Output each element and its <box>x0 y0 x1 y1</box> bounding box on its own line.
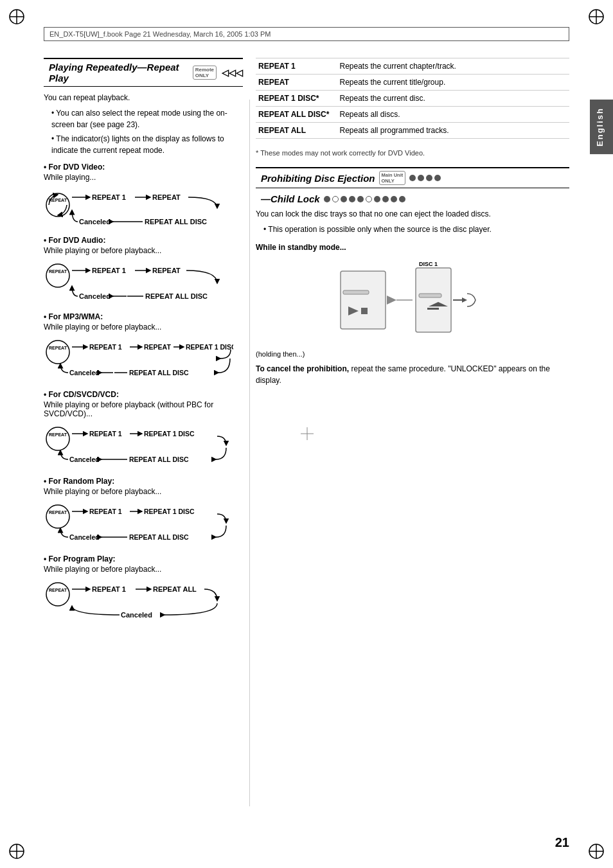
repeat-key-2: REPEAT 1 DISC* <box>256 91 337 107</box>
left-column: Playing Repeatedly—Repeat Play RemoteONL… <box>44 58 243 632</box>
intro-text: You can repeat playback. <box>44 92 243 103</box>
remote-badge: RemoteONLY <box>193 66 217 80</box>
dot-13 <box>391 196 397 202</box>
label-dvd-video: • For DVD Video: <box>44 163 243 172</box>
table-row: REPEAT ALL Repeats all programmed tracks… <box>256 123 569 139</box>
standby-label: While in standby mode... <box>256 243 569 252</box>
dot-1 <box>409 175 416 181</box>
repeat-key-4: REPEAT ALL <box>256 123 337 139</box>
svg-text:Canceled: Canceled <box>69 369 100 376</box>
svg-rect-78 <box>416 268 451 332</box>
dots-row-top <box>409 175 441 181</box>
svg-text:REPEAT 1: REPEAT 1 <box>92 585 126 593</box>
svg-rect-75 <box>361 308 368 314</box>
dot-10 <box>366 196 372 202</box>
dot-7 <box>341 196 347 202</box>
prohibit-title: Prohibiting Disc Ejection Main UnitONLY <box>256 167 569 188</box>
svg-text:REPEAT: REPEAT <box>152 267 181 274</box>
table-row: REPEAT ALL DISC* Repeats all discs. <box>256 107 569 123</box>
subsection-program-play: • For Program Play: While playing or bef… <box>44 554 243 626</box>
repeat-key-0: REPEAT 1 <box>256 58 337 75</box>
dot-11 <box>374 196 380 202</box>
svg-text:REPEAT ALL: REPEAT ALL <box>153 585 197 593</box>
label-mp3-wma: • For MP3/WMA: <box>44 312 243 321</box>
diagram-dvd-audio: REPEAT REPEAT 1 REPEAT Canceled REPEAT A… <box>44 259 243 306</box>
repeat-val-0: Repeats the current chapter/track. <box>337 58 569 75</box>
repeat-key-3: REPEAT ALL DISC* <box>256 107 337 123</box>
corner-mark-tl <box>8 8 26 26</box>
file-info-bar: EN_DX-T5[UW]_f.book Page 21 Wednesday, M… <box>44 27 569 41</box>
svg-text:REPEAT: REPEAT <box>49 432 67 437</box>
svg-text:Canceled: Canceled <box>79 218 111 226</box>
body-dvd-video: While playing... <box>44 173 243 182</box>
cancel-text: To cancel the prohibition, repeat the sa… <box>256 363 569 386</box>
svg-marker-76 <box>387 296 396 305</box>
label-program-play: • For Program Play: <box>44 554 243 563</box>
page-number: 21 <box>555 835 569 850</box>
repeat-val-4: Repeats all programmed tracks. <box>337 123 569 139</box>
prohibit-intro: You can lock the disc trays so that no o… <box>256 208 569 220</box>
table-row: REPEAT Repeats the current title/group. <box>256 75 569 91</box>
body-random-play: While playing or before playback... <box>44 487 243 496</box>
file-info-text: EN_DX-T5[UW]_f.book Page 21 Wednesday, M… <box>49 30 271 38</box>
svg-point-64 <box>46 583 69 606</box>
subsection-dvd-audio: • For DVD Audio: While playing or before… <box>44 236 243 306</box>
diagram-dvd-video: REPEAT REPEAT 1 REPEAT <box>44 186 243 229</box>
bullet-2: • The indicator(s) lights on the display… <box>44 133 243 156</box>
subsection-mp3-wma: • For MP3/WMA: While playing or before p… <box>44 312 243 384</box>
subsection-random-play: • For Random Play: While playing or befo… <box>44 477 243 548</box>
svg-point-22 <box>46 264 69 287</box>
svg-text:REPEAT 1: REPEAT 1 <box>89 508 122 515</box>
svg-text:REPEAT 1 DISC: REPEAT 1 DISC <box>144 430 195 438</box>
repeat-val-2: Repeats the current disc. <box>337 91 569 107</box>
dot-8 <box>349 196 355 202</box>
svg-text:REPEAT ALL DISC: REPEAT ALL DISC <box>145 292 208 300</box>
svg-rect-79 <box>419 294 441 297</box>
dots-row-bottom <box>324 196 405 202</box>
svg-text:REPEAT ALL DISC: REPEAT ALL DISC <box>129 456 189 463</box>
corner-mark-bl <box>8 842 26 860</box>
dot-4 <box>434 175 441 181</box>
dot-6 <box>332 196 339 202</box>
body-dvd-audio: While playing or before playback... <box>44 246 243 255</box>
svg-text:REPEAT: REPEAT <box>49 269 67 274</box>
svg-text:REPEAT ALL DISC: REPEAT ALL DISC <box>145 218 207 226</box>
repeat-mode-table: REPEAT 1 Repeats the current chapter/tra… <box>256 58 569 139</box>
table-row: REPEAT 1 Repeats the current chapter/tra… <box>256 58 569 75</box>
svg-text:REPEAT 1: REPEAT 1 <box>92 193 126 201</box>
right-column: REPEAT 1 Repeats the current chapter/tra… <box>256 58 569 386</box>
svg-text:REPEAT 1: REPEAT 1 <box>89 343 122 351</box>
svg-text:Canceled: Canceled <box>121 611 152 619</box>
diagram-random-play: REPEAT REPEAT 1 REPEAT 1 DISC Canceled R… <box>44 500 243 548</box>
dot-5 <box>324 196 330 202</box>
body-cd-svcd: While playing or before playback (withou… <box>44 400 243 418</box>
sound-waves-icon: ◁◁◁ <box>222 67 243 78</box>
column-divider <box>249 100 250 806</box>
table-row: REPEAT 1 DISC* Repeats the current disc. <box>256 91 569 107</box>
dot-3 <box>426 175 432 181</box>
disc-illustration: DISC 1 <box>256 258 569 344</box>
svg-point-54 <box>46 505 69 528</box>
subsection-cd-svcd: • For CD/SVCD/VCD: While playing or befo… <box>44 390 243 470</box>
cancel-label: To cancel the prohibition, <box>256 364 349 373</box>
label-dvd-audio: • For DVD Audio: <box>44 236 243 245</box>
svg-text:Canceled: Canceled <box>69 456 100 463</box>
corner-mark-tr <box>587 8 605 26</box>
svg-text:REPEAT 1 DISC: REPEAT 1 DISC <box>186 343 233 351</box>
footnote: * These modes may not work correctly for… <box>256 149 569 157</box>
repeat-key-1: REPEAT <box>256 75 337 91</box>
prohibit-title-line2: —Child Lock <box>256 193 569 204</box>
dot-2 <box>418 175 424 181</box>
corner-mark-br <box>587 842 605 860</box>
repeat-val-3: Repeats all discs. <box>337 107 569 123</box>
svg-text:REPEAT 1 DISC: REPEAT 1 DISC <box>144 508 195 515</box>
svg-point-12 <box>46 193 69 217</box>
svg-point-32 <box>46 341 69 364</box>
svg-text:Canceled: Canceled <box>69 533 100 541</box>
svg-rect-73 <box>343 290 369 294</box>
svg-text:REPEAT ALL DISC: REPEAT ALL DISC <box>129 533 189 541</box>
body-mp3-wma: While playing or before playback... <box>44 323 243 332</box>
prohibit-title-text1: Prohibiting Disc Ejection <box>261 173 375 184</box>
diagram-mp3-wma: REPEAT REPEAT 1 REPEAT REPEAT 1 DISC Can… <box>44 335 243 384</box>
section-title-text: Playing Repeatedly—Repeat Play <box>49 62 188 84</box>
